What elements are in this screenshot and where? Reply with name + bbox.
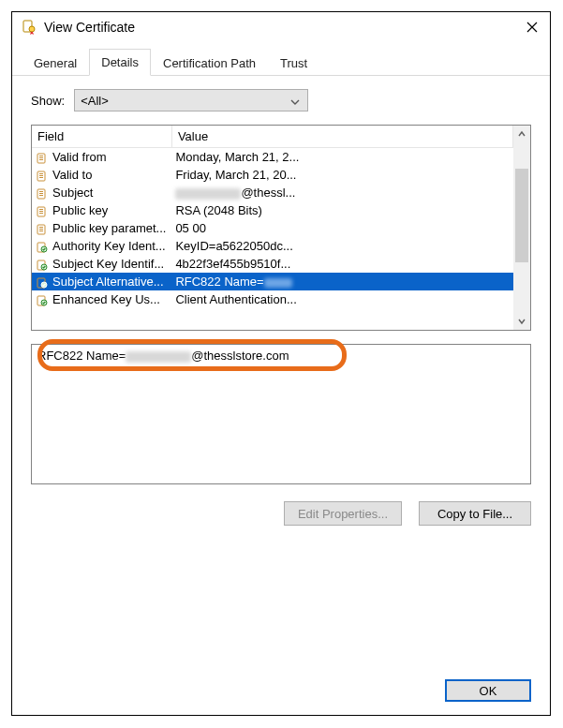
- close-button[interactable]: [524, 21, 541, 34]
- tab-strip: General Details Certification Path Trust: [12, 48, 550, 76]
- ok-button[interactable]: OK: [445, 679, 531, 702]
- svg-rect-5: [39, 159, 43, 160]
- show-row: Show: <All>: [31, 89, 531, 111]
- scroll-up-icon[interactable]: [513, 126, 530, 142]
- svg-rect-21: [39, 230, 43, 231]
- scroll-track[interactable]: [513, 142, 530, 313]
- field-name: Valid to: [52, 168, 92, 182]
- dialog-body: Show: <All> Field Value Valid fromMo: [12, 76, 550, 668]
- cert-extension-icon: [36, 277, 49, 289]
- svg-rect-3: [39, 156, 43, 156]
- field-name: Valid from: [52, 150, 107, 164]
- field-value: Client Authentication...: [171, 290, 512, 308]
- field-value: 4b22f3ef455b9510f...: [171, 255, 512, 273]
- window-title: View Certificate: [44, 20, 135, 35]
- column-header-value[interactable]: Value: [171, 126, 512, 148]
- svg-rect-4: [39, 157, 43, 158]
- title-bar: View Certificate: [12, 12, 550, 40]
- svg-rect-11: [39, 191, 43, 192]
- table-row[interactable]: Valid fromMonday, March 21, 2...: [32, 148, 513, 167]
- action-buttons: Edit Properties... Copy to File...: [31, 501, 531, 526]
- field-name: Enhanced Key Us...: [52, 292, 160, 306]
- table-row[interactable]: Valid toFriday, March 21, 20...: [32, 166, 513, 184]
- cert-field-icon: [36, 188, 49, 200]
- svg-rect-17: [39, 213, 43, 214]
- svg-rect-16: [39, 211, 43, 212]
- cert-extension-icon: [36, 260, 49, 271]
- tab-trust[interactable]: Trust: [268, 50, 319, 76]
- table-row[interactable]: Public key paramet...05 00: [32, 219, 513, 237]
- cert-field-icon: [36, 206, 49, 217]
- svg-point-1: [29, 26, 35, 32]
- chevron-down-icon: [290, 96, 300, 105]
- svg-rect-13: [39, 195, 43, 196]
- table-row[interactable]: Authority Key Ident...KeyID=a5622050dc..…: [32, 237, 513, 255]
- show-label: Show:: [31, 94, 65, 108]
- cert-field-icon: [36, 171, 49, 182]
- scroll-down-icon[interactable]: [513, 313, 530, 330]
- certificate-icon: [22, 20, 37, 35]
- table-row[interactable]: Public keyRSA (2048 Bits): [32, 201, 513, 219]
- field-value: 05 00: [171, 219, 512, 237]
- table-row[interactable]: Subject Key Identif...4b22f3ef455b9510f.…: [32, 255, 513, 273]
- svg-rect-19: [39, 227, 43, 228]
- redacted-text: [264, 278, 292, 288]
- detail-value-box[interactable]: RFC822 Name=@thesslstore.com: [31, 344, 531, 484]
- cert-extension-icon: [36, 295, 49, 306]
- field-value: KeyID=a5622050dc...: [171, 237, 512, 255]
- svg-rect-7: [39, 173, 43, 174]
- field-name: Subject Alternative...: [52, 275, 164, 289]
- field-name: Public key: [52, 203, 108, 217]
- detail-prefix: RFC822 Name=: [37, 349, 126, 363]
- cert-field-icon: [36, 153, 49, 164]
- table-row[interactable]: Subject@thessl...: [32, 184, 513, 201]
- field-value: @thessl...: [171, 184, 512, 201]
- table-row[interactable]: Subject Alternative...RFC822 Name=: [32, 273, 513, 290]
- cert-field-icon: [36, 224, 49, 235]
- redacted-text: [175, 188, 241, 200]
- field-name: Subject Key Identif...: [52, 257, 164, 271]
- table-row[interactable]: Enhanced Key Us...Client Authentication.…: [32, 290, 513, 308]
- svg-rect-15: [39, 209, 43, 210]
- dialog-footer: OK: [12, 668, 550, 715]
- edit-properties-button: Edit Properties...: [284, 501, 402, 526]
- certificate-dialog: View Certificate General Details Certifi…: [11, 11, 551, 716]
- cert-extension-icon: [36, 242, 49, 253]
- show-value: <All>: [81, 94, 109, 108]
- field-name: Public key paramet...: [52, 221, 166, 235]
- field-name: Subject: [52, 186, 93, 200]
- scrollbar[interactable]: [513, 126, 530, 330]
- tab-certification-path[interactable]: Certification Path: [151, 50, 268, 76]
- fields-table: Field Value Valid fromMonday, March 21, …: [31, 125, 531, 331]
- field-value: RFC822 Name=: [171, 273, 512, 290]
- svg-rect-9: [39, 177, 43, 178]
- svg-rect-12: [39, 193, 43, 194]
- svg-rect-8: [39, 175, 43, 176]
- field-value: RSA (2048 Bits): [171, 201, 512, 219]
- copy-to-file-button[interactable]: Copy to File...: [419, 501, 531, 526]
- column-header-field[interactable]: Field: [32, 126, 171, 148]
- field-value: Friday, March 21, 20...: [171, 166, 512, 184]
- detail-suffix: @thesslstore.com: [191, 349, 289, 363]
- tab-details[interactable]: Details: [89, 49, 151, 76]
- svg-rect-20: [39, 229, 43, 230]
- tab-general[interactable]: General: [22, 50, 89, 76]
- scroll-thumb[interactable]: [515, 169, 528, 262]
- redacted-text: [126, 351, 191, 363]
- show-dropdown[interactable]: <All>: [74, 89, 308, 111]
- field-name: Authority Key Ident...: [52, 239, 166, 253]
- field-value: Monday, March 21, 2...: [171, 148, 512, 167]
